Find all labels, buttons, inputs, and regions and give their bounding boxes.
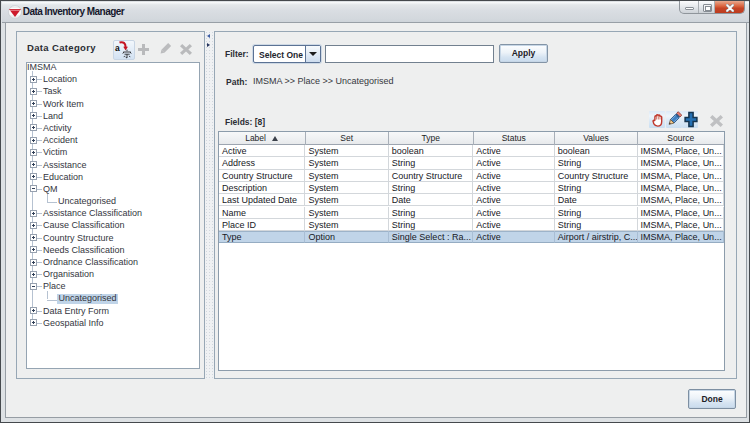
svg-text:a: a bbox=[115, 42, 120, 52]
